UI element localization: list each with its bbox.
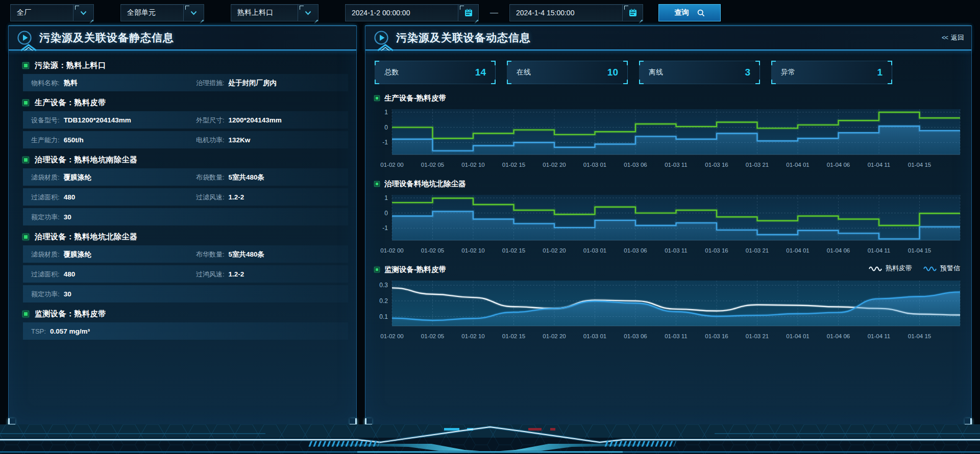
info-row: 过滤面积:480过鸿风速:1.2-2 — [23, 265, 348, 283]
corner-accent — [888, 61, 892, 65]
wavy-line-icon — [923, 265, 937, 271]
svg-text:01-02 15: 01-02 15 — [502, 162, 525, 168]
stat-box-total: 总数 14 — [375, 61, 496, 84]
section-heading-text: 监测设备：熟料皮带 — [35, 309, 106, 319]
svg-text:0: 0 — [384, 210, 388, 217]
stat-label: 离线 — [649, 68, 663, 77]
field-label: 电机功率: — [196, 136, 225, 144]
chevron-down-icon[interactable] — [183, 5, 204, 21]
svg-text:01-03 06: 01-03 06 — [624, 333, 647, 339]
svg-text:01-03 06: 01-03 06 — [624, 247, 647, 254]
svg-text:0.3: 0.3 — [379, 282, 388, 289]
svg-text:01-02 10: 01-02 10 — [461, 247, 484, 254]
calendar-icon[interactable] — [458, 5, 478, 21]
svg-text:0.1: 0.1 — [379, 313, 388, 320]
green-square-bullet — [23, 100, 29, 106]
chevron-down-icon[interactable] — [298, 5, 318, 21]
section-heading-text: 污染源：熟料上料口 — [35, 61, 106, 70]
date-start-value: 2024-1-2 00:00:00 — [346, 9, 458, 17]
corner-accent — [623, 61, 628, 65]
static-info-header: 污染源及关联设备静态信息 — [9, 26, 356, 51]
svg-text:0.2: 0.2 — [379, 297, 388, 305]
static-info-panel: 污染源及关联设备静态信息 污染源：熟料上料口物料名称:熟料治理措施:处于封闭厂房… — [8, 26, 357, 425]
step-chart-production: 10-101-02 0001-02 0501-02 1001-02 1501-0… — [375, 106, 962, 174]
field-value: 覆膜涤纶 — [64, 250, 91, 258]
svg-text:01-03 21: 01-03 21 — [746, 247, 769, 254]
select-plant[interactable]: 全厂 — [10, 4, 94, 21]
info-row: 额定功率:30 — [23, 208, 348, 225]
section-heading-text: 生产设备：熟料皮带 — [35, 98, 106, 108]
stat-value: 3 — [745, 67, 750, 78]
line-chart-monitoring: 0.30.20.101-02 0001-02 0501-02 1001-02 1… — [375, 277, 962, 345]
date-start-input[interactable]: 2024-1-2 00:00:00 — [345, 4, 479, 21]
svg-text:01-02 05: 01-02 05 — [421, 247, 444, 254]
svg-text:01-03 16: 01-03 16 — [705, 247, 728, 254]
info-row: 滤袋材质:覆膜涤纶布袋数量:5室共480条 — [23, 168, 348, 186]
chart-production-equipment: 生产设备-熟料皮带 10-101-02 0001-02 0501-02 1001… — [375, 91, 962, 174]
field-label: 滤袋材质: — [31, 173, 60, 181]
static-info-title: 污染源及关联设备静态信息 — [39, 31, 174, 45]
chart-title: 监测设备-熟料皮带 — [384, 265, 446, 274]
svg-text:01-02 00: 01-02 00 — [380, 333, 403, 339]
svg-text:01-02 00: 01-02 00 — [380, 247, 403, 254]
field-value: 480 — [64, 270, 76, 278]
svg-text:01-03 01: 01-03 01 — [583, 333, 606, 339]
chart-legend: 熟料皮带 预警信 — [869, 264, 960, 273]
select-pollution-source-value: 熟料上料口 — [231, 8, 298, 17]
svg-text:01-02 20: 01-02 20 — [543, 333, 566, 339]
green-square-bullet — [375, 96, 379, 100]
info-row: TSP:0.057 mg/m³ — [23, 322, 348, 340]
filter-toolbar: 全厂 全部单元 熟料上料口 2024-1-2 00:00:00 — 2024 — [0, 0, 980, 26]
svg-text:01-04 11: 01-04 11 — [868, 162, 891, 168]
stat-label: 总数 — [384, 68, 399, 77]
field-label: TSP: — [31, 327, 46, 335]
query-button[interactable]: 查询 — [658, 4, 721, 21]
field-value: 480 — [64, 193, 76, 201]
field-value: 1.2-2 — [229, 270, 244, 278]
footer-decoration — [0, 424, 980, 454]
svg-text:01-03 16: 01-03 16 — [705, 162, 728, 168]
stat-value: 1 — [877, 67, 883, 78]
svg-text:-1: -1 — [382, 224, 388, 232]
svg-text:01-02 10: 01-02 10 — [461, 162, 484, 168]
select-unit[interactable]: 全部单元 — [120, 4, 204, 21]
back-button[interactable]: << 返回 — [942, 33, 964, 42]
date-end-input[interactable]: 2024-1-4 15:00:00 — [509, 4, 643, 21]
svg-text:01-03 16: 01-03 16 — [705, 333, 728, 339]
field-label: 物料名称: — [31, 79, 60, 87]
info-row: 过滤面积:480过滤风速:1.2-2 — [23, 188, 348, 206]
field-value: 30 — [64, 213, 71, 221]
chart-title: 治理设备料地坑北除尘器 — [384, 179, 466, 189]
select-pollution-source[interactable]: 熟料上料口 — [231, 4, 318, 21]
corner-accent — [507, 80, 511, 84]
info-row: 额定功率:30 — [23, 285, 348, 302]
dynamic-info-header: 污染源及关联设备动态信息 << 返回 — [365, 26, 971, 51]
select-unit-value: 全部单元 — [121, 8, 183, 17]
svg-text:-1: -1 — [382, 139, 388, 146]
corner-accent — [623, 80, 628, 84]
field-value: 覆膜涤纶 — [64, 173, 91, 181]
field-label: 滤袋材质: — [31, 250, 60, 258]
field-label: 过滤面积: — [31, 193, 60, 201]
green-square-bullet — [23, 157, 29, 163]
field-label: 设备型号: — [31, 116, 60, 124]
select-plant-value: 全厂 — [11, 8, 73, 17]
corner-accent — [639, 80, 644, 84]
svg-text:01-04 01: 01-04 01 — [786, 333, 809, 339]
legend-item-alert[interactable]: 预警信 — [923, 264, 960, 273]
svg-text:01-04 06: 01-04 06 — [827, 333, 850, 339]
svg-text:01-02 20: 01-02 20 — [543, 247, 566, 254]
main-content: 污染源及关联设备静态信息 污染源：熟料上料口物料名称:熟料治理措施:处于封闭厂房… — [0, 26, 980, 425]
stat-label: 在线 — [517, 68, 531, 77]
calendar-icon[interactable] — [622, 5, 643, 21]
svg-text:01-04 15: 01-04 15 — [908, 333, 931, 339]
stat-label: 异常 — [781, 68, 795, 77]
dynamic-info-body: 总数 14 在线 10 离线 3 异常 1 — [365, 51, 971, 345]
field-value: 处于封闭厂房内 — [229, 79, 277, 87]
svg-text:01-03 21: 01-03 21 — [746, 162, 769, 168]
dynamic-info-title: 污染源及关联设备动态信息 — [396, 31, 531, 45]
chevron-down-icon[interactable] — [73, 5, 93, 21]
svg-text:01-04 01: 01-04 01 — [786, 162, 809, 168]
field-label: 布华数量: — [196, 250, 225, 258]
legend-item-belt[interactable]: 熟料皮带 — [869, 264, 912, 273]
